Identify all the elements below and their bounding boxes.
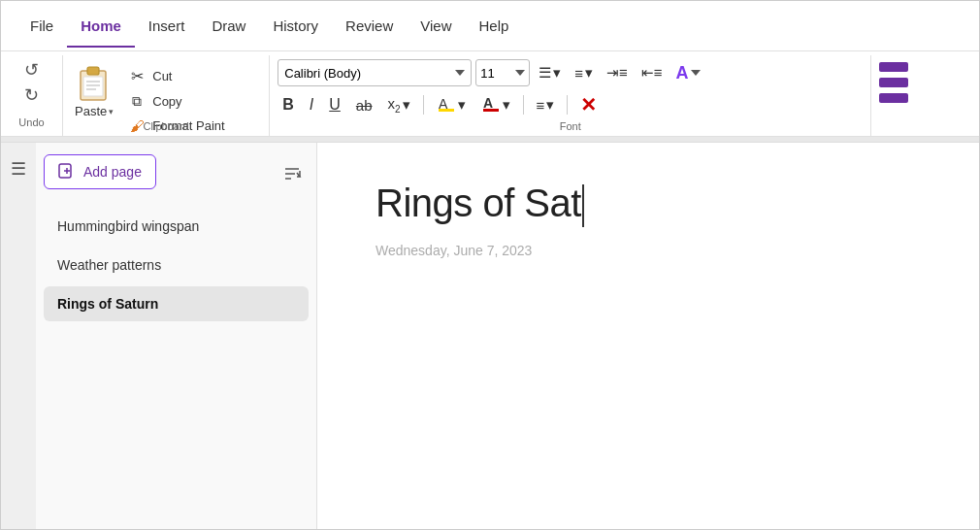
paste-label-row: Paste ▾ (75, 104, 114, 118)
ribbon-right-line-1 (879, 62, 908, 72)
menu-history[interactable]: History (259, 4, 332, 48)
undo-button[interactable]: ↺ (22, 59, 41, 81)
clipboard-section-label: Clipboard (63, 120, 269, 132)
indent-increase-icon: ⇥≡ (606, 64, 628, 82)
svg-text:A: A (483, 95, 493, 111)
font-divider-2 (523, 95, 524, 115)
menu-draw[interactable]: Draw (198, 4, 259, 48)
clipboard-section: Paste ▾ ✂ Cut ⧉ Copy 🖌 Format Paint (63, 55, 270, 136)
paste-icon (75, 61, 114, 104)
italic-button[interactable]: I (305, 93, 318, 116)
scissors-icon: ✂ (127, 67, 147, 85)
page-item-hummingbird[interactable]: Hummingbird wingspan (44, 209, 309, 244)
ribbon-right-line-3 (879, 93, 908, 103)
menu-insert[interactable]: Insert (135, 4, 199, 48)
page-item-rings[interactable]: Rings of Saturn (44, 286, 309, 321)
add-page-label: Add page (83, 164, 142, 180)
menu-review[interactable]: Review (332, 4, 407, 48)
svg-rect-1 (87, 67, 99, 75)
strikethrough-button[interactable]: ab (351, 94, 377, 116)
bold-icon: B (282, 96, 294, 114)
sort-icon (281, 163, 303, 184)
italic-icon: I (310, 96, 313, 114)
bullet-list-icon: ☰ (539, 64, 551, 82)
strikethrough-icon: ab (356, 97, 373, 114)
indent-decrease-icon: ⇤≡ (641, 64, 663, 82)
note-date: Wednesday, June 7, 2023 (376, 243, 921, 258)
sidebar-toggle: ☰ (1, 143, 36, 530)
paragraph-align-button[interactable]: ≡ ▾ (532, 93, 560, 116)
cursor (582, 184, 584, 227)
menu-file[interactable]: File (16, 4, 67, 48)
font-section: Calibri (Body) Arial Times New Roman 891… (270, 55, 871, 136)
hamburger-icon[interactable]: ☰ (11, 158, 26, 180)
menu-view[interactable]: View (407, 4, 465, 48)
svg-rect-7 (439, 109, 454, 112)
page-item-weather[interactable]: Weather patterns (44, 248, 309, 282)
add-page-row: Add page (44, 154, 309, 197)
underline-button[interactable]: U (324, 93, 345, 116)
font-row-2: B I U ab x2 ▾ A ▾ (278, 90, 863, 119)
styles-button[interactable]: A (671, 60, 705, 86)
copy-button[interactable]: ⧉ Copy (121, 89, 257, 114)
font-family-select[interactable]: Calibri (Body) Arial Times New Roman (278, 59, 472, 86)
ribbon: ↺ ↻ Undo (1, 51, 979, 137)
bold-button[interactable]: B (278, 93, 299, 116)
numbered-list-button[interactable]: ≡▾ (570, 61, 598, 84)
numbered-list-icon: ≡ (574, 65, 583, 82)
menu-help[interactable]: Help (466, 4, 523, 48)
styles-icon: A (676, 63, 689, 83)
ribbon-right-section (871, 55, 916, 136)
font-color-dropdown[interactable]: ▾ (503, 96, 510, 114)
font-size-select[interactable]: 8910111214161824 (475, 59, 530, 86)
highlight-dropdown[interactable]: ▾ (458, 96, 466, 114)
content-area: ☰ Add page (1, 143, 979, 530)
indent-increase-button[interactable]: ⇥≡ (602, 61, 633, 84)
menu-home[interactable]: Home (67, 4, 135, 48)
clear-formatting-button[interactable]: ✕ (575, 90, 602, 119)
clear-formatting-icon: ✕ (580, 93, 597, 116)
font-color-button[interactable]: A ▾ (476, 91, 515, 119)
paragraph-align-dropdown[interactable]: ▾ (546, 96, 554, 114)
copy-label: Copy (152, 94, 181, 109)
add-page-icon (58, 163, 76, 181)
paste-label: Paste (75, 104, 107, 118)
subscript-icon: x2 (388, 95, 401, 115)
font-divider-3 (567, 95, 568, 115)
note-area[interactable]: Rings of Sat Wednesday, June 7, 2023 (317, 143, 979, 530)
cut-button[interactable]: ✂ Cut (121, 63, 257, 89)
note-title: Rings of Sat (376, 182, 921, 227)
svg-rect-2 (83, 77, 103, 96)
font-divider-1 (423, 95, 424, 115)
menu-bar: File Home Insert Draw History Review Vie… (1, 1, 979, 51)
undo-redo-group: ↺ ↻ (22, 59, 41, 106)
copy-icon: ⧉ (127, 93, 147, 110)
paragraph-align-icon: ≡ (537, 97, 545, 114)
subscript-button[interactable]: x2 ▾ (383, 92, 415, 117)
ribbon-right-line-2 (879, 78, 908, 87)
cut-label: Cut (152, 69, 172, 83)
sort-pages-button[interactable] (276, 157, 309, 195)
highlight-button[interactable]: A ▾ (432, 91, 471, 119)
font-section-label: Font (278, 120, 863, 136)
undo-section: ↺ ↻ Undo (1, 55, 63, 136)
bullet-list-button[interactable]: ☰▾ (534, 61, 566, 84)
underline-icon: U (329, 96, 341, 114)
paste-dropdown-arrow[interactable]: ▾ (109, 107, 114, 116)
indent-decrease-button[interactable]: ⇤≡ (637, 61, 668, 84)
paste-button[interactable]: Paste ▾ (75, 61, 114, 118)
svg-rect-9 (483, 109, 499, 112)
pages-panel: Add page Hummingbird wingspan Weather pa… (36, 143, 317, 530)
font-color-icon: A (481, 94, 501, 116)
undo-section-label: Undo (18, 116, 44, 132)
add-page-button[interactable]: Add page (44, 154, 156, 189)
highlight-icon: A (437, 94, 456, 116)
styles-dropdown-icon (691, 70, 701, 76)
subscript-dropdown: ▾ (403, 96, 410, 114)
redo-button[interactable]: ↻ (22, 84, 41, 106)
font-row-1: Calibri (Body) Arial Times New Roman 891… (278, 59, 863, 86)
